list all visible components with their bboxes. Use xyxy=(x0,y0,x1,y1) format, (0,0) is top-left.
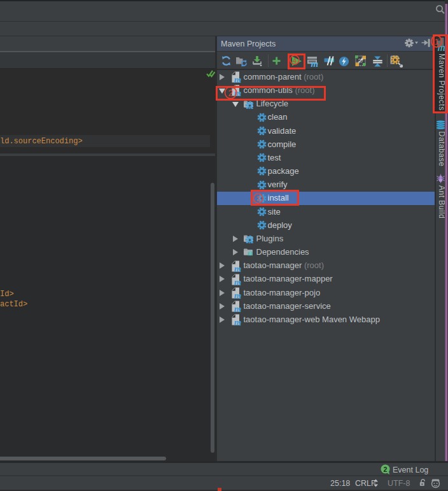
svg-text:m: m xyxy=(311,59,319,67)
svg-text:2: 2 xyxy=(228,88,234,98)
svg-text:m: m xyxy=(234,264,242,273)
svg-text:m: m xyxy=(234,318,242,327)
svg-text:m: m xyxy=(234,304,242,313)
svg-text:3: 3 xyxy=(256,195,260,203)
svg-text:m: m xyxy=(234,75,242,84)
svg-text:2: 2 xyxy=(384,466,388,473)
svg-text:4: 4 xyxy=(292,56,296,64)
svg-text:1: 1 xyxy=(434,37,438,46)
svg-text:m: m xyxy=(234,277,242,286)
svg-text:m: m xyxy=(234,290,242,299)
